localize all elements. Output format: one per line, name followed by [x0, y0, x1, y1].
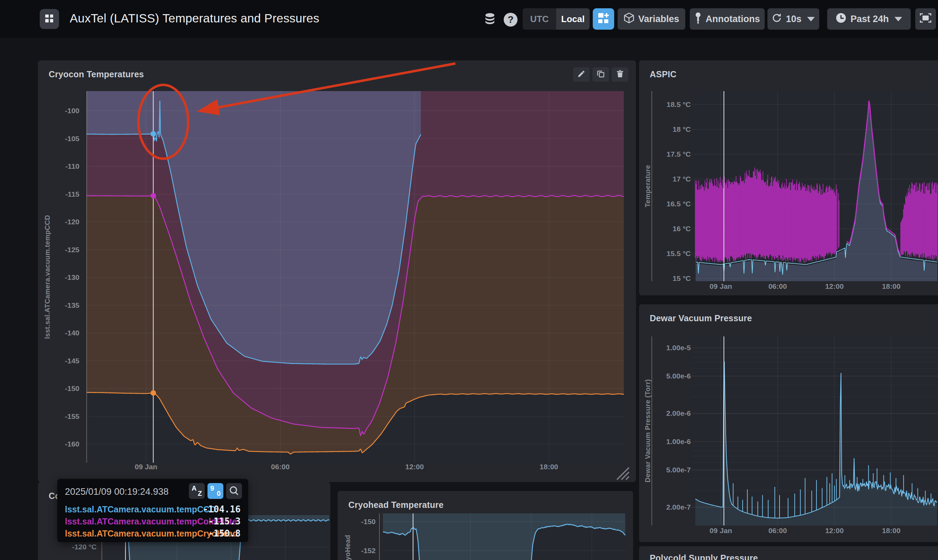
y-axis-tick-label: -125: [65, 246, 79, 254]
panel-cryocon-temperatures: Cryocon Temperatures -100-105-110-115-12…: [38, 60, 636, 482]
y-axis-tick-label: 17.5 °C: [667, 150, 691, 158]
y-axis-tick-label: 15 °C: [673, 274, 691, 282]
presentation-mode-button[interactable]: [915, 8, 936, 30]
dewar-vacuum-pressure-chart[interactable]: 1.00e-55.00e-62.00e-61.00e-65.00e-72.00e…: [639, 304, 938, 542]
sort-numeric-button[interactable]: 9 0: [208, 483, 223, 499]
tooltip-row: lsst.sal.ATCamera.vacuum.tempCCD -104.16: [65, 505, 240, 515]
y-axis-tick-label: 5.00e-7: [666, 466, 691, 474]
timezone-local-button[interactable]: Local: [556, 8, 590, 30]
y-axis-tick-label: -110: [65, 162, 79, 170]
y-axis-tick-label: 1.00e-6: [666, 437, 691, 445]
series-name: lsst.sal.ATCamera.vacuum.tempCCD: [65, 505, 216, 514]
y-axis-tick-label: -100: [65, 107, 79, 115]
panel-resize-handle[interactable]: [617, 468, 629, 480]
y-axis-tick-label: -160: [65, 440, 79, 448]
panel-dewar-vacuum-pressure: Dewar Vacuum Pressure 1.00e-55.00e-62.00…: [639, 304, 938, 542]
sort-alphabetical-button[interactable]: A Z: [189, 483, 205, 499]
y-axis-tick-label: -155: [65, 412, 79, 420]
y-axis-tick-label: 16 °C: [673, 225, 691, 232]
y-axis-tick-label: -130: [65, 273, 79, 281]
chevron-down-icon: [807, 17, 815, 22]
timezone-utc-button[interactable]: UTC: [523, 8, 556, 30]
x-axis-tick-label: 06:00: [271, 463, 290, 471]
y-axis-tick-label: -150: [361, 518, 376, 526]
panel-polycold-supply-pressure: Polycold Supply Pressure: [639, 546, 938, 560]
x-axis-tick-label: 09 Jan: [710, 526, 732, 534]
dashboards-nav-button[interactable]: [40, 9, 59, 29]
tooltip-row: lsst.sal.ATCamera.vacuum.tempColdPlate -…: [65, 517, 240, 527]
refresh-icon: [772, 13, 782, 25]
series-value: -150.8: [208, 528, 240, 538]
add-cell-icon: [598, 12, 609, 26]
series-value: -115.3: [208, 516, 240, 526]
y-axis-tick-label: 18.5 °C: [667, 100, 691, 108]
sources-icon[interactable]: [483, 12, 497, 27]
y-axis-tick-label: -152: [361, 546, 376, 554]
tooltip-search-button[interactable]: [226, 483, 242, 499]
annotations-button[interactable]: Annotations: [690, 8, 765, 30]
y-axis-tick-label: 1.00e-5: [666, 344, 691, 352]
time-range-dropdown[interactable]: Past 24h: [827, 8, 911, 30]
panel-aspic: ASPIC 18.5 °C18 °C17.5 °C17 °C16.5 °C16 …: [639, 60, 938, 295]
time-range-label: Past 24h: [850, 14, 889, 25]
x-axis-tick-label: 18:00: [882, 526, 901, 534]
refresh-interval-dropdown[interactable]: 10s: [767, 8, 819, 30]
chevron-down-icon: [895, 17, 902, 22]
cryohead-y-axis-label: lsst.sal.ATCamera.vacuum.tempCryoHead: [344, 535, 352, 560]
x-axis-tick-label: 06:00: [769, 526, 787, 534]
x-axis-tick-label: 09 Jan: [135, 463, 157, 471]
dashboard-page: AuxTel (LATISS) Temperatures and Pressur…: [0, 0, 938, 560]
tooltip-row: lsst.sal.ATCamera.vacuum.tempCryoHead -1…: [65, 529, 240, 539]
y-axis-tick-label: 2.00e-6: [666, 409, 691, 417]
sort-num-top: 9: [210, 485, 214, 492]
refresh-interval-label: 10s: [786, 14, 801, 25]
y-axis-tick-label: -115: [65, 190, 79, 198]
y-axis-tick-label: 18 °C: [673, 125, 691, 133]
x-axis-tick-label: 18:00: [540, 463, 558, 471]
y-axis-tick-label: -135: [65, 301, 79, 309]
help-icon[interactable]: ?: [504, 12, 518, 27]
y-axis-tick-label: -120: [65, 218, 79, 226]
y-axis-tick-label: -145: [65, 357, 79, 365]
x-axis-tick-label: 06:00: [769, 282, 787, 290]
chart-tooltip: 2025/01/09 00:19:24.938 A Z 9 0 lsst.sal…: [57, 479, 248, 542]
variables-label: Variables: [638, 14, 679, 25]
navbar: AuxTel (LATISS) Temperatures and Pressur…: [0, 0, 938, 38]
y-axis-tick-label: -120 °C: [72, 543, 97, 551]
add-cell-button[interactable]: [593, 8, 614, 30]
y-axis-tick-label: 17 °C: [673, 175, 691, 183]
x-axis-tick-label: 09 Jan: [710, 282, 732, 290]
y-axis-tick-label: -105: [65, 135, 79, 143]
timezone-toggle: UTC Local: [523, 8, 590, 30]
sort-az-bottom: Z: [198, 489, 202, 498]
y-axis-tick-label: 15.5 °C: [667, 249, 691, 257]
sort-az-top: A: [192, 485, 196, 492]
kiosk-icon: [920, 13, 932, 26]
page-title: AuxTel (LATISS) Temperatures and Pressur…: [70, 11, 319, 25]
x-axis-tick-label: 12:00: [405, 463, 424, 471]
annotation-pin-icon: [695, 12, 701, 26]
y-axis-tick-label: 2.00e-7: [666, 503, 691, 511]
sort-num-bottom: 0: [217, 489, 220, 498]
tooltip-timestamp: 2025/01/09 00:19:24.938: [65, 486, 168, 497]
annotations-label: Annotations: [705, 14, 760, 25]
cube-icon: [624, 12, 634, 26]
variables-button[interactable]: Variables: [618, 8, 685, 30]
y-axis-tick-label: 5.00e-6: [666, 372, 691, 380]
clock-icon: [836, 13, 846, 26]
x-axis-tick-label: 12:00: [825, 282, 844, 290]
series-value: -104.16: [203, 504, 240, 514]
cryocon-temperatures-chart[interactable]: -100-105-110-115-120-125-130-135-140-145…: [38, 60, 636, 482]
dashboard-grid-icon: [44, 13, 55, 25]
y-axis-tick-label: -150: [65, 385, 79, 392]
y-axis-tick-label: 16.5 °C: [667, 200, 691, 208]
svg-text:?: ?: [507, 14, 513, 25]
aspic-chart[interactable]: 18.5 °C18 °C17.5 °C17 °C16.5 °C16 °C15.5…: [639, 60, 938, 295]
x-axis-tick-label: 12:00: [825, 526, 844, 534]
panel-title: Polycold Supply Pressure: [650, 553, 758, 560]
y-axis-tick-label: -140: [65, 329, 79, 337]
panel-cryohead-temperature: Cryohead Temperature -150-152 lsst.sal.A…: [337, 491, 633, 560]
x-axis-tick-label: 18:00: [882, 282, 901, 290]
cryohead-temperature-chart[interactable]: -150-152: [337, 491, 633, 560]
search-icon: [226, 483, 242, 499]
